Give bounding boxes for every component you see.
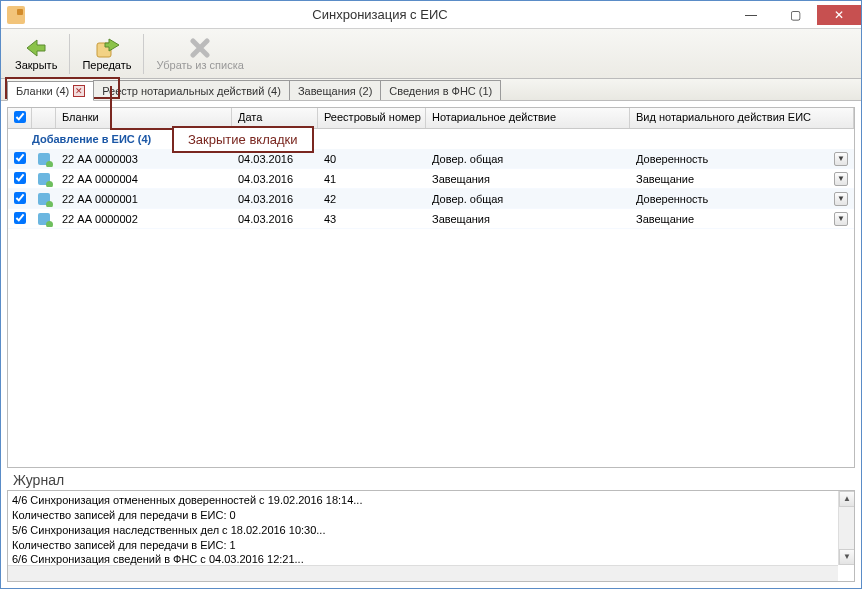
cell-act: Довер. общая <box>426 191 630 207</box>
table-row[interactable]: 22 АА 0000001 04.03.2016 42 Довер. общая… <box>8 189 854 209</box>
tab-wills-label: Завещания (2) <box>298 85 372 97</box>
tab-close-icon[interactable]: ✕ <box>73 85 85 97</box>
cell-blank: 22 АА 0000001 <box>56 191 232 207</box>
window-title: Синхронизация с ЕИС <box>31 7 729 22</box>
send-icon <box>95 37 119 59</box>
toolbar: Закрыть Передать Убрать из списка <box>1 29 861 79</box>
svg-marker-0 <box>27 40 45 56</box>
app-icon <box>7 6 25 24</box>
grid: Бланки Дата Реестровый номер Нотариально… <box>7 107 855 468</box>
cell-blank: 22 АА 0000002 <box>56 211 232 227</box>
header-date[interactable]: Дата <box>232 108 318 128</box>
dropdown-arrow-icon[interactable]: ▼ <box>834 212 848 226</box>
table-row[interactable]: 22 АА 0000004 04.03.2016 41 Завещания За… <box>8 169 854 189</box>
row-checkbox[interactable] <box>14 192 26 204</box>
header-checkbox[interactable] <box>14 111 26 123</box>
close-window-button[interactable]: ✕ <box>817 5 861 25</box>
cell-date: 04.03.2016 <box>232 191 318 207</box>
tabs-bar: Бланки (4) ✕ Реестр нотариальных действи… <box>1 79 861 101</box>
table-row[interactable]: 22 АА 0000002 04.03.2016 43 Завещания За… <box>8 209 854 229</box>
annotation-text: Закрытие вкладки <box>188 132 298 147</box>
header-reg[interactable]: Реестровый номер <box>318 108 426 128</box>
vertical-scrollbar[interactable]: ▲ ▼ <box>838 491 854 565</box>
tab-blanks-label: Бланки (4) <box>16 85 69 97</box>
journal-line: 5/6 Синхронизация наследственных дел с 1… <box>12 523 850 538</box>
cell-eis: Доверенность▼ <box>630 190 854 208</box>
grid-body[interactable]: Добавление в ЕИС (4) 22 АА 0000003 04.03… <box>8 129 854 467</box>
cell-act: Завещания <box>426 211 630 227</box>
remove-x-icon <box>190 37 210 59</box>
toolbar-send-button[interactable]: Передать <box>74 31 139 77</box>
header-blanks[interactable]: Бланки <box>56 108 232 128</box>
cell-reg: 41 <box>318 171 426 187</box>
dropdown-arrow-icon[interactable]: ▼ <box>834 192 848 206</box>
journal-line: Количество записей для передачи в ЕИС: 1 <box>12 538 850 553</box>
main-panel: Бланки Дата Реестровый номер Нотариально… <box>1 101 861 490</box>
tab-wills[interactable]: Завещания (2) <box>289 80 381 100</box>
document-icon <box>38 193 50 205</box>
cell-blank: 22 АА 0000004 <box>56 171 232 187</box>
header-act[interactable]: Нотариальное действие <box>426 108 630 128</box>
minimize-button[interactable]: — <box>729 5 773 25</box>
scroll-down-icon[interactable]: ▼ <box>839 549 855 565</box>
horizontal-scrollbar[interactable] <box>8 565 838 581</box>
tab-registry[interactable]: Реестр нотариальных действий (4) <box>93 80 290 100</box>
toolbar-remove-button[interactable]: Убрать из списка <box>148 31 251 77</box>
cell-eis: Завещание▼ <box>630 210 854 228</box>
cell-reg: 40 <box>318 151 426 167</box>
annotation-line <box>110 128 174 130</box>
dropdown-arrow-icon[interactable]: ▼ <box>834 172 848 186</box>
tab-registry-label: Реестр нотариальных действий (4) <box>102 85 281 97</box>
row-checkbox[interactable] <box>14 152 26 164</box>
group-row[interactable]: Добавление в ЕИС (4) <box>8 129 854 149</box>
header-checkbox-cell[interactable] <box>8 108 32 128</box>
cell-date: 04.03.2016 <box>232 171 318 187</box>
toolbar-separator <box>69 34 70 74</box>
scroll-up-icon[interactable]: ▲ <box>839 491 855 507</box>
toolbar-close-button[interactable]: Закрыть <box>7 31 65 77</box>
toolbar-remove-label: Убрать из списка <box>156 59 243 71</box>
app-window: Синхронизация с ЕИС — ▢ ✕ Закрыть Переда… <box>0 0 862 589</box>
cell-act: Довер. общая <box>426 151 630 167</box>
cell-act: Завещания <box>426 171 630 187</box>
journal-line: 4/6 Синхронизация отмененных доверенност… <box>12 493 850 508</box>
scroll-track[interactable] <box>839 507 854 549</box>
annotation-callout: Закрытие вкладки <box>172 126 314 153</box>
journal-line: Количество записей для передачи в ЕИС: 0 <box>12 508 850 523</box>
toolbar-close-label: Закрыть <box>15 59 57 71</box>
tab-fns-label: Сведения в ФНС (1) <box>389 85 492 97</box>
titlebar: Синхронизация с ЕИС — ▢ ✕ <box>1 1 861 29</box>
document-icon <box>38 153 50 165</box>
window-controls: — ▢ ✕ <box>729 5 861 25</box>
cell-reg: 42 <box>318 191 426 207</box>
grid-header: Бланки Дата Реестровый номер Нотариально… <box>8 108 854 129</box>
maximize-button[interactable]: ▢ <box>773 5 817 25</box>
cell-date: 04.03.2016 <box>232 211 318 227</box>
arrow-left-icon <box>25 37 47 59</box>
journal-box[interactable]: 4/6 Синхронизация отмененных доверенност… <box>7 490 855 582</box>
cell-reg: 43 <box>318 211 426 227</box>
header-eis[interactable]: Вид нотариального действия ЕИС <box>630 108 854 128</box>
dropdown-arrow-icon[interactable]: ▼ <box>834 152 848 166</box>
cell-eis: Завещание▼ <box>630 170 854 188</box>
table-row[interactable]: 22 АА 0000003 04.03.2016 40 Довер. общая… <box>8 149 854 169</box>
document-icon <box>38 213 50 225</box>
header-icon-cell <box>32 108 56 128</box>
row-checkbox[interactable] <box>14 172 26 184</box>
annotation-line <box>110 86 112 128</box>
cell-eis: Доверенность▼ <box>630 150 854 168</box>
tab-fns[interactable]: Сведения в ФНС (1) <box>380 80 501 100</box>
document-icon <box>38 173 50 185</box>
toolbar-separator <box>143 34 144 74</box>
row-checkbox[interactable] <box>14 212 26 224</box>
toolbar-send-label: Передать <box>82 59 131 71</box>
journal-label: Журнал <box>7 468 855 490</box>
tab-blanks[interactable]: Бланки (4) ✕ <box>7 81 94 101</box>
